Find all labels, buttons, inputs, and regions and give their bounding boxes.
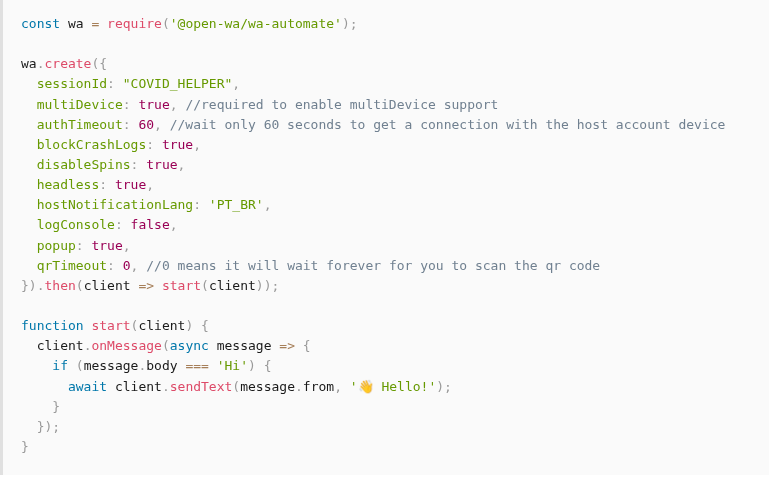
disablespins-value: true — [146, 157, 177, 172]
session-id-value: "COVID_HELPER" — [123, 76, 233, 91]
qrtimeout-value: 0 — [123, 258, 131, 273]
code-block: const wa = require('@open-wa/wa-automate… — [0, 0, 769, 475]
multidevice-comment: //required to enable multiDevice support — [185, 97, 498, 112]
reply-text-value: '👋 Hello!' — [350, 379, 436, 394]
headless-value: true — [115, 177, 146, 192]
logconsole-value: false — [131, 217, 170, 232]
authtimeout-comment: //wait only 60 seconds to get a connecti… — [170, 117, 726, 132]
qrtimeout-comment: //0 means it will wait forever for you t… — [146, 258, 600, 273]
authtimeout-value: 60 — [138, 117, 154, 132]
message-check-value: 'Hi' — [217, 358, 248, 373]
code-content: const wa = require('@open-wa/wa-automate… — [21, 14, 751, 457]
blockcrashlogs-value: true — [162, 137, 193, 152]
require-module: '@open-wa/wa-automate' — [170, 16, 342, 31]
multidevice-value: true — [138, 97, 169, 112]
popup-value: true — [91, 238, 122, 253]
hostlang-value: 'PT_BR' — [209, 197, 264, 212]
